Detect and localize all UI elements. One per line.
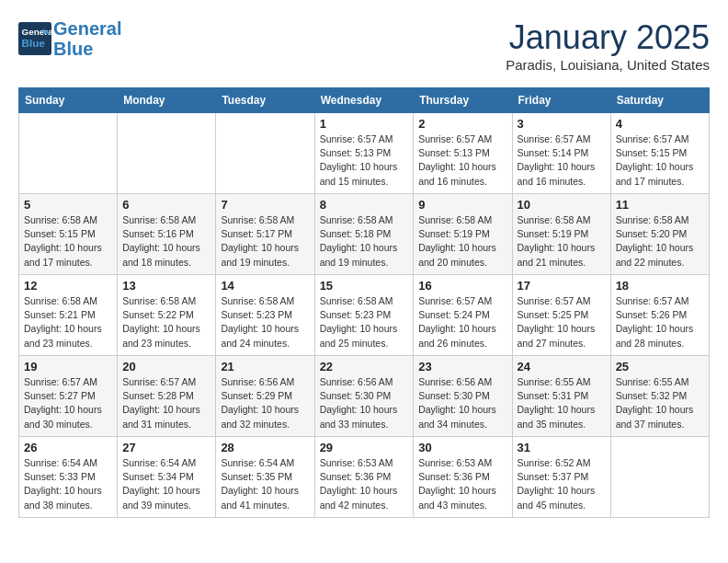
calendar-cell: 18Sunrise: 6:57 AM Sunset: 5:26 PM Dayli… <box>610 275 709 356</box>
day-number: 31 <box>518 441 606 454</box>
day-number: 10 <box>518 198 606 212</box>
day-number: 15 <box>320 279 409 293</box>
day-number: 6 <box>122 198 210 212</box>
day-detail: Sunrise: 6:58 AM Sunset: 5:21 PM Dayligh… <box>24 294 112 350</box>
day-detail: Sunrise: 6:58 AM Sunset: 5:15 PM Dayligh… <box>24 213 112 270</box>
day-detail: Sunrise: 6:58 AM Sunset: 5:17 PM Dayligh… <box>221 213 309 270</box>
calendar-cell: 13Sunrise: 6:58 AM Sunset: 5:22 PM Dayli… <box>118 275 216 356</box>
calendar-cell: 20Sunrise: 6:57 AM Sunset: 5:28 PM Dayli… <box>118 356 216 437</box>
logo-line2: Blue <box>53 39 93 59</box>
day-number: 25 <box>616 360 704 373</box>
calendar-cell: 23Sunrise: 6:56 AM Sunset: 5:30 PM Dayli… <box>414 356 512 437</box>
week-row-5: 26Sunrise: 6:54 AM Sunset: 5:33 PM Dayli… <box>19 437 710 518</box>
calendar-cell: 14Sunrise: 6:58 AM Sunset: 5:23 PM Dayli… <box>216 275 314 356</box>
calendar-cell <box>610 437 709 518</box>
day-number: 5 <box>24 198 112 212</box>
day-detail: Sunrise: 6:57 AM Sunset: 5:24 PM Dayligh… <box>418 294 506 350</box>
day-detail: Sunrise: 6:53 AM Sunset: 5:36 PM Dayligh… <box>320 456 409 512</box>
calendar-cell: 2Sunrise: 6:57 AM Sunset: 5:13 PM Daylig… <box>414 113 512 194</box>
calendar-cell: 22Sunrise: 6:56 AM Sunset: 5:30 PM Dayli… <box>314 356 414 437</box>
col-header-wednesday: Wednesday <box>314 88 414 113</box>
calendar-cell: 21Sunrise: 6:56 AM Sunset: 5:29 PM Dayli… <box>216 356 314 437</box>
day-number: 21 <box>221 360 309 373</box>
day-number: 9 <box>418 198 506 212</box>
col-header-tuesday: Tuesday <box>216 88 314 113</box>
calendar-cell: 6Sunrise: 6:58 AM Sunset: 5:16 PM Daylig… <box>118 194 216 275</box>
day-detail: Sunrise: 6:58 AM Sunset: 5:23 PM Dayligh… <box>221 294 309 350</box>
col-header-saturday: Saturday <box>610 88 709 113</box>
calendar-cell: 4Sunrise: 6:57 AM Sunset: 5:15 PM Daylig… <box>610 113 709 194</box>
calendar-cell <box>118 113 216 194</box>
week-row-3: 12Sunrise: 6:58 AM Sunset: 5:21 PM Dayli… <box>19 275 710 356</box>
day-detail: Sunrise: 6:54 AM Sunset: 5:33 PM Dayligh… <box>24 456 112 512</box>
day-number: 4 <box>616 117 704 131</box>
day-detail: Sunrise: 6:58 AM Sunset: 5:19 PM Dayligh… <box>518 213 606 270</box>
calendar-cell: 25Sunrise: 6:55 AM Sunset: 5:32 PM Dayli… <box>610 356 709 437</box>
day-detail: Sunrise: 6:58 AM Sunset: 5:20 PM Dayligh… <box>616 213 704 270</box>
day-detail: Sunrise: 6:57 AM Sunset: 5:14 PM Dayligh… <box>518 132 606 189</box>
day-number: 16 <box>418 279 506 293</box>
day-number: 27 <box>122 441 210 454</box>
day-detail: Sunrise: 6:57 AM Sunset: 5:15 PM Dayligh… <box>616 132 704 189</box>
title-block: January 2025 Paradis, Louisiana, United … <box>506 18 710 73</box>
day-number: 8 <box>320 198 409 212</box>
day-number: 22 <box>320 360 409 373</box>
calendar-cell: 29Sunrise: 6:53 AM Sunset: 5:36 PM Dayli… <box>314 437 414 518</box>
day-detail: Sunrise: 6:55 AM Sunset: 5:32 PM Dayligh… <box>616 375 704 431</box>
calendar-cell: 7Sunrise: 6:58 AM Sunset: 5:17 PM Daylig… <box>216 194 314 275</box>
calendar-cell: 26Sunrise: 6:54 AM Sunset: 5:33 PM Dayli… <box>19 437 118 518</box>
col-header-friday: Friday <box>512 88 610 113</box>
calendar-cell: 27Sunrise: 6:54 AM Sunset: 5:34 PM Dayli… <box>118 437 216 518</box>
calendar-cell: 19Sunrise: 6:57 AM Sunset: 5:27 PM Dayli… <box>19 356 118 437</box>
day-number: 14 <box>221 279 309 293</box>
calendar-cell: 15Sunrise: 6:58 AM Sunset: 5:23 PM Dayli… <box>314 275 414 356</box>
day-number: 12 <box>24 279 112 293</box>
day-detail: Sunrise: 6:58 AM Sunset: 5:23 PM Dayligh… <box>320 294 409 350</box>
day-detail: Sunrise: 6:52 AM Sunset: 5:37 PM Dayligh… <box>518 456 606 512</box>
day-number: 29 <box>320 441 409 454</box>
day-number: 13 <box>122 279 210 293</box>
calendar-cell: 16Sunrise: 6:57 AM Sunset: 5:24 PM Dayli… <box>414 275 512 356</box>
calendar-cell: 3Sunrise: 6:57 AM Sunset: 5:14 PM Daylig… <box>512 113 610 194</box>
day-number: 11 <box>616 198 704 212</box>
day-number: 1 <box>320 117 409 131</box>
calendar-cell <box>216 113 314 194</box>
month-title: January 2025 <box>506 18 710 57</box>
day-detail: Sunrise: 6:57 AM Sunset: 5:28 PM Dayligh… <box>122 375 210 431</box>
calendar-cell: 10Sunrise: 6:58 AM Sunset: 5:19 PM Dayli… <box>512 194 610 275</box>
calendar-cell: 8Sunrise: 6:58 AM Sunset: 5:18 PM Daylig… <box>314 194 414 275</box>
calendar-cell: 31Sunrise: 6:52 AM Sunset: 5:37 PM Dayli… <box>512 437 610 518</box>
day-number: 7 <box>221 198 309 212</box>
logo-line1: General <box>53 18 121 39</box>
logo: General Blue General Blue <box>18 18 121 59</box>
day-detail: Sunrise: 6:57 AM Sunset: 5:13 PM Dayligh… <box>418 132 506 189</box>
calendar-cell: 11Sunrise: 6:58 AM Sunset: 5:20 PM Dayli… <box>610 194 709 275</box>
page-header: General Blue General Blue January 2025 P… <box>18 18 710 73</box>
day-number: 18 <box>616 279 704 293</box>
svg-text:Blue: Blue <box>22 37 46 49</box>
day-detail: Sunrise: 6:57 AM Sunset: 5:27 PM Dayligh… <box>24 375 112 431</box>
location-subtitle: Paradis, Louisiana, United States <box>506 57 710 73</box>
calendar-cell: 17Sunrise: 6:57 AM Sunset: 5:25 PM Dayli… <box>512 275 610 356</box>
day-detail: Sunrise: 6:58 AM Sunset: 5:18 PM Dayligh… <box>320 213 409 270</box>
col-header-monday: Monday <box>118 88 216 113</box>
day-detail: Sunrise: 6:57 AM Sunset: 5:26 PM Dayligh… <box>616 294 704 350</box>
day-detail: Sunrise: 6:53 AM Sunset: 5:36 PM Dayligh… <box>418 456 506 512</box>
logo-icon: General Blue <box>18 22 51 55</box>
day-number: 19 <box>24 360 112 373</box>
day-detail: Sunrise: 6:58 AM Sunset: 5:22 PM Dayligh… <box>122 294 210 350</box>
day-detail: Sunrise: 6:57 AM Sunset: 5:25 PM Dayligh… <box>518 294 606 350</box>
week-row-4: 19Sunrise: 6:57 AM Sunset: 5:27 PM Dayli… <box>19 356 710 437</box>
day-detail: Sunrise: 6:58 AM Sunset: 5:16 PM Dayligh… <box>122 213 210 270</box>
day-number: 2 <box>418 117 506 131</box>
calendar-cell: 30Sunrise: 6:53 AM Sunset: 5:36 PM Dayli… <box>414 437 512 518</box>
week-row-1: 1Sunrise: 6:57 AM Sunset: 5:13 PM Daylig… <box>19 113 710 194</box>
day-number: 24 <box>518 360 606 373</box>
day-number: 23 <box>418 360 506 373</box>
day-detail: Sunrise: 6:56 AM Sunset: 5:29 PM Dayligh… <box>221 375 309 431</box>
day-number: 28 <box>221 441 309 454</box>
calendar-cell: 1Sunrise: 6:57 AM Sunset: 5:13 PM Daylig… <box>314 113 414 194</box>
calendar-cell <box>19 113 118 194</box>
day-detail: Sunrise: 6:55 AM Sunset: 5:31 PM Dayligh… <box>518 375 606 431</box>
day-detail: Sunrise: 6:56 AM Sunset: 5:30 PM Dayligh… <box>320 375 409 431</box>
